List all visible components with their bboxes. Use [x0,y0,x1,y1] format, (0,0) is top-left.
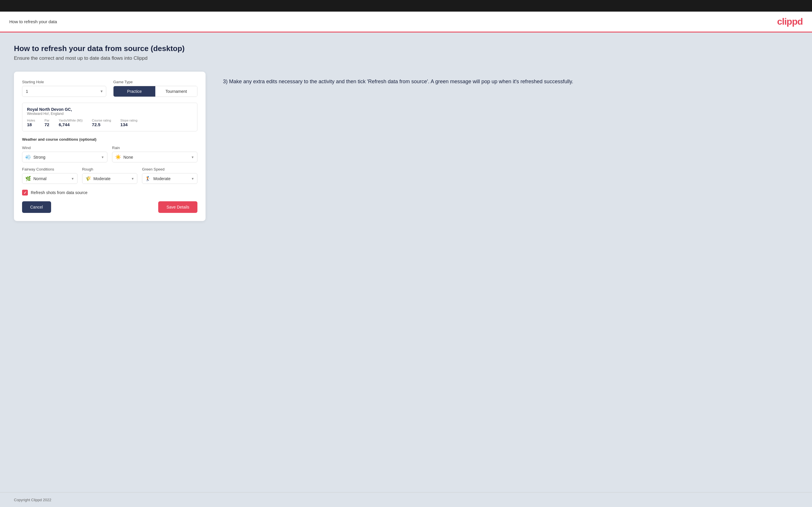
page-title: How to refresh your data from source (de… [14,44,798,53]
info-text: 3) Make any extra edits necessary to the… [223,77,798,86]
rough-arrow: ▼ [131,177,134,180]
rough-group: Rough Moderate ▼ [82,167,138,184]
game-type-label: Game Type [113,80,197,84]
rain-select-wrapper[interactable]: None ▼ [112,152,197,162]
fairway-select[interactable]: Normal [33,176,69,181]
game-type-toggle: Practice Tournament [113,86,197,97]
slope-rating-label: Slope rating [120,119,138,122]
holes-value: 18 [27,122,35,127]
green-speed-group: Green Speed Moderate ▼ [142,167,197,184]
main-content: How to refresh your data from source (de… [0,33,812,492]
logo: clippd [777,16,803,27]
starting-hole-wrapper: 1 ▼ [22,86,106,97]
rain-group: Rain None ▼ [112,146,197,162]
practice-button[interactable]: Practice [113,86,155,97]
course-rating-stat: Course rating 72.5 [92,119,111,127]
course-rating-label: Course rating [92,119,111,122]
wind-group: Wind Strong ▼ [22,146,107,162]
rain-arrow: ▼ [191,156,194,159]
info-panel: 3) Make any extra edits necessary to the… [223,72,798,86]
tournament-button[interactable]: Tournament [155,86,197,97]
fairway-arrow: ▼ [71,177,74,180]
form-actions: Cancel Save Details [22,201,197,213]
cancel-button[interactable]: Cancel [22,201,51,213]
game-type-group: Game Type Practice Tournament [113,80,197,97]
rough-label: Rough [82,167,138,171]
slope-rating-stat: Slope rating 134 [120,119,138,127]
wind-arrow: ▼ [101,156,104,159]
refresh-checkbox-row: Refresh shots from data source [22,190,197,195]
header: How to refresh your data clippd [0,12,812,33]
wind-label: Wind [22,146,107,150]
starting-hole-group: Starting Hole 1 ▼ [22,80,106,97]
course-info-box: Royal North Devon GC, Westward Ho!, Engl… [22,103,197,131]
wind-select-wrapper[interactable]: Strong ▼ [22,152,107,162]
course-name: Royal North Devon GC, [27,107,193,112]
refresh-checkbox[interactable] [22,190,28,195]
yards-stat: Yards/White (M)) 6,744 [59,119,83,127]
page-subtitle: Ensure the correct and most up to date d… [14,55,798,61]
rain-select[interactable]: None [123,155,189,160]
rough-select[interactable]: Moderate [94,176,129,181]
course-location: Westward Ho!, England [27,112,193,116]
conditions-section-label: Weather and course conditions (optional) [22,137,197,142]
green-speed-label: Green Speed [142,167,197,171]
par-value: 72 [44,122,49,127]
form-top-row: Starting Hole 1 ▼ Game Type Practice Tou… [22,80,197,97]
green-speed-icon [145,176,151,181]
yards-value: 6,744 [59,122,83,127]
refresh-checkbox-label: Refresh shots from data source [31,190,87,195]
breadcrumb: How to refresh your data [9,19,57,24]
slope-rating-value: 134 [120,122,138,127]
footer-text: Copyright Clippd 2022 [14,498,51,502]
fairway-select-wrapper[interactable]: Normal ▼ [22,173,78,184]
footer: Copyright Clippd 2022 [0,492,812,507]
form-card: Starting Hole 1 ▼ Game Type Practice Tou… [14,72,206,221]
par-label: Par [44,119,49,122]
green-speed-select-wrapper[interactable]: Moderate ▼ [142,173,197,184]
wind-select[interactable]: Strong [33,155,99,160]
course-stats: Holes 18 Par 72 Yards/White (M)) 6,744 C… [27,119,193,127]
fairway-icon [25,176,31,181]
starting-hole-select[interactable]: 1 [22,86,106,97]
green-speed-select[interactable]: Moderate [153,176,189,181]
save-button[interactable]: Save Details [158,201,197,213]
green-speed-arrow: ▼ [191,177,194,180]
rain-icon [115,154,121,160]
top-bar [0,0,812,12]
wind-icon [25,154,31,160]
content-row: Starting Hole 1 ▼ Game Type Practice Tou… [14,72,798,221]
starting-hole-label: Starting Hole [22,80,106,84]
fairway-rough-green-row: Fairway Conditions Normal ▼ Rough [22,167,197,184]
rough-icon [85,176,91,181]
yards-label: Yards/White (M)) [59,119,83,122]
rough-select-wrapper[interactable]: Moderate ▼ [82,173,138,184]
course-rating-value: 72.5 [92,122,111,127]
wind-rain-row: Wind Strong ▼ Rain None [22,146,197,162]
rain-label: Rain [112,146,197,150]
fairway-label: Fairway Conditions [22,167,78,171]
par-stat: Par 72 [44,119,49,127]
holes-stat: Holes 18 [27,119,35,127]
fairway-group: Fairway Conditions Normal ▼ [22,167,78,184]
holes-label: Holes [27,119,35,122]
